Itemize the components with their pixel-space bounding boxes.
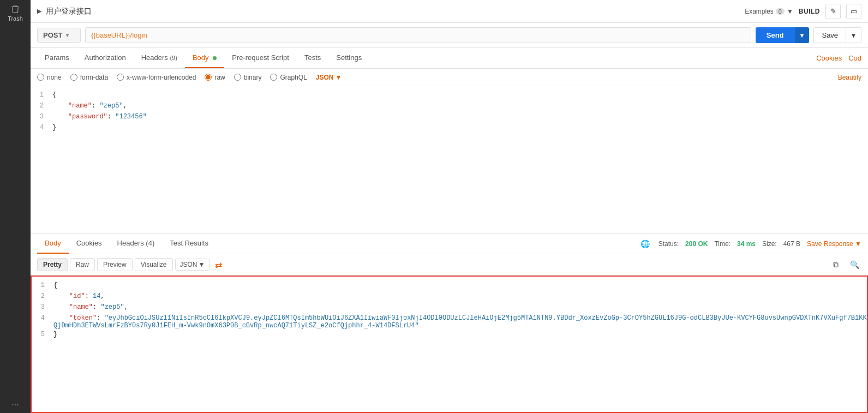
resp-code-line-5: 5 }	[32, 330, 867, 341]
examples-label: Examples	[745, 8, 774, 15]
json-type-button[interactable]: JSON ▼	[316, 74, 342, 81]
response-tabs-row: Body Cookies Headers (4) Test Results 🌐 …	[31, 234, 868, 254]
request-tabs-right: Cookies Cod	[816, 54, 861, 62]
code-link[interactable]: Cod	[848, 54, 861, 62]
edit-icon-button[interactable]: ✎	[825, 4, 841, 19]
wrap-lines-icon[interactable]: ⇄	[215, 260, 222, 270]
search-icon: 🔍	[850, 260, 859, 269]
sidebar: Trash ...	[0, 0, 31, 413]
fmt-tab-pretty[interactable]: Pretty	[37, 258, 68, 271]
top-bar-right: Examples 0 ▼ BUILD ✎ ▭	[745, 4, 861, 19]
search-icon-button[interactable]: 🔍	[847, 258, 861, 272]
tab-pre-request-script[interactable]: Pre-request Script	[224, 48, 297, 68]
request-tabs-row: Params Authorization Headers (9) Body Pr…	[31, 48, 868, 69]
save-response-arrow-icon: ▼	[855, 240, 861, 248]
send-button-group: Send ▼	[756, 27, 810, 43]
size-label: Size:	[762, 240, 777, 248]
url-input[interactable]	[85, 27, 751, 43]
request-name: 用户登录接口	[46, 7, 92, 16]
response-body-code[interactable]: 1 { 2 "id": 14, 3 "name": "zep5", 4 "tok…	[31, 276, 868, 413]
code-line-3: 3 "password": "123456"	[31, 112, 868, 123]
examples-button[interactable]: Examples 0 ▼	[745, 8, 793, 15]
tab-params[interactable]: Params	[37, 48, 77, 68]
resp-tab-body[interactable]: Body	[37, 234, 69, 254]
resp-tab-headers[interactable]: Headers (4)	[110, 234, 163, 254]
time-label: Time:	[714, 240, 731, 248]
copy-icon-button[interactable]: ⧉	[829, 258, 843, 272]
save-response-button[interactable]: Save Response ▼	[807, 240, 861, 248]
url-bar: POST ▼ Send ▼ Save ▼	[31, 23, 868, 48]
radio-raw-label: raw	[214, 74, 225, 81]
radio-raw[interactable]: raw	[205, 74, 225, 81]
more-dots-icon: ...	[11, 398, 19, 407]
sidebar-more-options[interactable]: ...	[6, 392, 24, 413]
fmt-tab-preview[interactable]: Preview	[97, 258, 133, 271]
resp-code-line-4: 4 "token": "eyJhbGciOiJSUzI1NiIsInR5cCI6…	[32, 314, 867, 330]
edit-icon: ✎	[830, 7, 836, 15]
doc-icon: ▭	[851, 7, 857, 15]
top-bar: ▶ 用户登录接口 Examples 0 ▼ BUILD ✎ ▭	[31, 0, 868, 23]
send-dropdown-arrow[interactable]: ▼	[795, 27, 810, 43]
radio-graphql-label: GraphQL	[280, 74, 307, 81]
resp-tab-test-results[interactable]: Test Results	[162, 234, 216, 254]
response-json-type-button[interactable]: JSON ▼	[175, 259, 210, 271]
cookies-link[interactable]: Cookies	[816, 54, 842, 62]
json-type-arrow-icon: ▼	[336, 74, 342, 81]
code-line-2: 2 "name": "zep5",	[31, 101, 868, 112]
code-line-4: 4 }	[31, 123, 868, 134]
request-editor-section: Params Authorization Headers (9) Body Pr…	[31, 48, 868, 234]
radio-binary[interactable]: binary	[234, 74, 262, 81]
save-button-group: Save ▼	[813, 27, 861, 43]
send-button[interactable]: Send	[756, 27, 795, 43]
request-expand-arrow[interactable]: ▶	[37, 8, 41, 15]
save-response-label: Save Response	[807, 240, 853, 248]
copy-icon: ⧉	[833, 260, 839, 270]
body-options-right: Beautify	[838, 73, 861, 81]
radio-urlencoded[interactable]: x-www-form-urlencoded	[117, 74, 196, 81]
method-arrow-icon: ▼	[64, 32, 70, 38]
trash-icon	[10, 4, 20, 14]
json-type-label: JSON	[316, 74, 334, 81]
tab-tests[interactable]: Tests	[297, 48, 328, 68]
radio-none-label: none	[47, 74, 62, 81]
examples-badge: 0	[776, 8, 785, 15]
tab-settings[interactable]: Settings	[328, 48, 369, 68]
main-content: ▶ 用户登录接口 Examples 0 ▼ BUILD ✎ ▭ POST	[31, 0, 868, 413]
globe-icon: 🌐	[640, 240, 650, 248]
radio-none[interactable]: none	[37, 74, 62, 81]
resp-tab-cookies[interactable]: Cookies	[69, 234, 110, 254]
build-button[interactable]: BUILD	[799, 8, 820, 15]
size-value: 467 B	[783, 240, 800, 248]
sidebar-item-trash[interactable]: Trash	[5, 0, 25, 26]
code-line-1: 1 {	[31, 91, 868, 101]
method-select[interactable]: POST ▼	[37, 28, 81, 43]
examples-dropdown-arrow: ▼	[787, 8, 793, 15]
response-format-right: ⧉ 🔍	[829, 258, 861, 272]
beautify-button[interactable]: Beautify	[838, 74, 861, 81]
resp-code-line-1: 1 {	[32, 281, 867, 292]
response-json-arrow-icon: ▼	[199, 261, 205, 268]
tab-body[interactable]: Body	[185, 48, 224, 68]
tab-authorization[interactable]: Authorization	[77, 48, 134, 68]
response-panel: Body Cookies Headers (4) Test Results 🌐 …	[31, 234, 868, 413]
radio-binary-label: binary	[244, 74, 262, 81]
response-status: 🌐 Status: 200 OK Time: 34 ms Size: 467 B…	[640, 240, 861, 248]
doc-icon-button[interactable]: ▭	[846, 4, 861, 19]
radio-urlencoded-label: x-www-form-urlencoded	[127, 74, 196, 81]
radio-form-data-label: form-data	[80, 74, 108, 81]
fmt-tab-raw[interactable]: Raw	[70, 258, 95, 271]
save-dropdown-arrow[interactable]: ▼	[846, 28, 861, 43]
request-body-editor[interactable]: 1 { 2 "name": "zep5", 3 "password": "123…	[31, 86, 868, 234]
tab-headers[interactable]: Headers (9)	[134, 48, 185, 68]
response-format-row: Pretty Raw Preview Visualize JSON ▼ ⇄ ⧉ …	[31, 254, 868, 276]
save-button[interactable]: Save	[814, 28, 846, 43]
resp-code-line-2: 2 "id": 14,	[32, 292, 867, 303]
fmt-tab-visualize[interactable]: Visualize	[135, 258, 173, 271]
body-options-row: none form-data x-www-form-urlencoded raw…	[31, 69, 868, 86]
radio-form-data[interactable]: form-data	[70, 74, 108, 81]
resp-code-line-3: 3 "name": "zep5",	[32, 303, 867, 314]
radio-graphql[interactable]: GraphQL	[270, 74, 307, 81]
trash-label: Trash	[8, 15, 23, 22]
status-value: 200 OK	[685, 240, 708, 248]
response-json-label: JSON	[180, 261, 197, 268]
